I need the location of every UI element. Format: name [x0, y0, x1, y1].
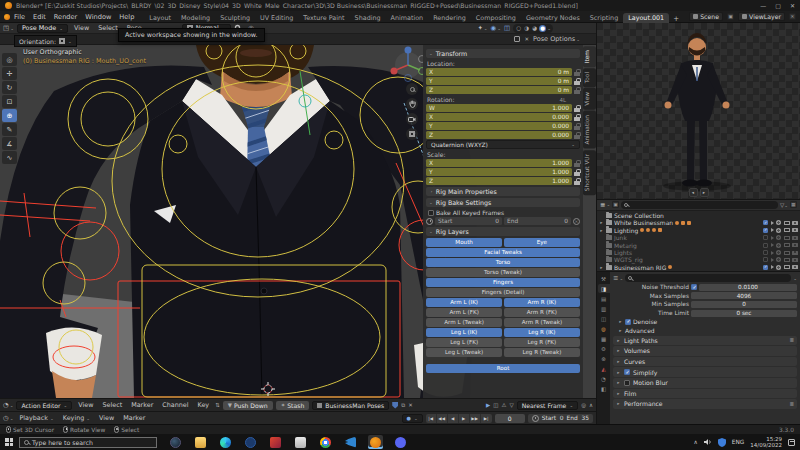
dope-menu-key[interactable]: Key [195, 401, 213, 409]
rig-layers-header[interactable]: ⌄ Rig Layers [426, 227, 580, 236]
lock-icon[interactable] [574, 169, 580, 176]
pan-hand-icon[interactable] [406, 98, 418, 110]
overlays-toggle-icon[interactable]: ◉⌄ [491, 24, 501, 32]
orientation-popover[interactable]: Orientation: ⌄ [14, 35, 77, 47]
pose-options-dropdown[interactable]: Pose Options ⌄ [533, 35, 580, 43]
row-toggles[interactable] [763, 265, 798, 270]
rotation-y-field[interactable]: Y0.000 [426, 122, 572, 130]
current-frame-field[interactable]: 0 [495, 414, 525, 423]
lock-icon[interactable] [574, 69, 580, 76]
tab-scene[interactable]: ◫ [598, 314, 610, 323]
camera-view-icon[interactable] [406, 113, 418, 125]
n-panel-tab-item[interactable]: Item [583, 46, 596, 67]
scene-new-button[interactable]: ▣ [727, 13, 734, 20]
viewport-mini-button-1[interactable]: ◂ [689, 188, 698, 197]
jump-to-start-button[interactable]: |◀ [426, 414, 437, 423]
timeline-menu-keying[interactable]: Keying ⌄ [60, 414, 93, 422]
hidden-filter-icon[interactable]: ◫ [493, 402, 498, 408]
app-icon-1[interactable] [168, 435, 183, 449]
row-toggles[interactable] [763, 243, 798, 248]
advanced-subsection[interactable]: ▸ Advanced [613, 326, 797, 335]
only-selected-filter-icon[interactable]: ▶ [486, 402, 490, 408]
outliner-row-wgts-rig[interactable]: WGTS_rig [599, 256, 798, 263]
max-samples-field[interactable]: 4096 [691, 292, 797, 299]
rig-layer-leg-r-tweak[interactable]: Leg R (Tweak) [504, 348, 580, 357]
outliner-row-white-businessman[interactable]: ▸ White Businessman [599, 219, 798, 226]
bake-start-field[interactable]: Start0 [435, 217, 502, 225]
tab-constraints[interactable]: ◔ [598, 374, 610, 383]
unlink-action-icon[interactable]: ✕ [408, 402, 413, 408]
play-reverse-button[interactable]: ◀ [448, 414, 459, 423]
tab-view-layer[interactable]: ▥ [598, 304, 610, 313]
noise-threshold-field[interactable]: 0.0100 [699, 284, 797, 291]
rig-layer-arm-l-tweak[interactable]: Arm L (Tweak) [426, 318, 502, 327]
jump-to-end-button[interactable]: ▶| [481, 414, 492, 423]
viewport-menu-view[interactable]: View [71, 24, 92, 32]
browser-icon[interactable] [218, 435, 233, 449]
scale-y-field[interactable]: Y1.000 [426, 168, 572, 176]
shading-solid-icon[interactable]: ◑ [523, 25, 530, 32]
tray-expand-icon[interactable]: ∧ [694, 439, 698, 445]
security-shield-icon[interactable] [718, 438, 726, 447]
outliner-filter-icon[interactable]: ▽⌄ [780, 202, 788, 208]
rig-layer-eye[interactable]: Eye [504, 238, 580, 247]
properties-editor-type-icon[interactable]: ≡⌄ [613, 274, 623, 282]
tab-world[interactable]: ◍ [598, 324, 610, 333]
row-toggles[interactable] [763, 257, 798, 262]
transform-panel-header[interactable]: ⌄ Transform [426, 49, 580, 58]
noise-threshold-checkbox[interactable] [691, 284, 697, 290]
tab-physics[interactable]: ◭ [598, 364, 610, 373]
rotation-w-field[interactable]: W1.000 [426, 104, 572, 112]
blender-taskbar-icon[interactable] [368, 435, 383, 449]
notification-center-icon[interactable] [788, 439, 795, 446]
timeline-menu-playback[interactable]: Playback ⌄ [16, 414, 56, 422]
proportional-dope-icon[interactable]: ◎ [581, 402, 586, 408]
simplify-checkbox[interactable] [624, 369, 630, 375]
workspace-tab-uv-editing[interactable]: UV Editing [255, 13, 298, 23]
lock-icon[interactable] [574, 87, 580, 94]
viewport-mini-button-2[interactable]: ▸ [700, 188, 709, 197]
lock-icon[interactable] [574, 123, 580, 130]
row-toggles[interactable] [763, 235, 798, 240]
tool-breakdowner-icon[interactable]: ∿ [2, 151, 17, 164]
minimize-button[interactable]: — [760, 2, 766, 9]
section-volumes[interactable]: ▸ Volumes [613, 346, 797, 356]
n-panel-tab-animation[interactable]: Animation [583, 111, 596, 149]
n-panel-tab-view[interactable]: View [583, 88, 596, 110]
dope-menu-marker[interactable]: Marker [128, 401, 156, 409]
timeline-menu-view[interactable]: View [96, 414, 117, 422]
row-toggles[interactable] [763, 220, 798, 225]
lock-icon[interactable] [574, 78, 580, 85]
volume-icon[interactable] [704, 438, 712, 446]
app-icon-3[interactable] [268, 435, 283, 449]
tool-annotate-icon[interactable]: ✎ [2, 123, 17, 136]
rig-layer-arm-r-ik[interactable]: Arm R (IK) [504, 298, 580, 307]
rig-layer-arm-l-fk[interactable]: Arm L (FK) [426, 308, 502, 317]
secondary-viewport[interactable]: ◂ ▸ [597, 23, 800, 199]
new-collection-icon[interactable]: ▦ [790, 201, 797, 208]
action-datablock[interactable]: BusinessMan Poses [312, 401, 389, 410]
denoise-checkbox[interactable] [625, 319, 631, 325]
min-samples-field[interactable]: 0 [691, 301, 797, 308]
ortho-grid-icon[interactable] [406, 128, 418, 140]
xray-toggle-icon[interactable]: ◫ [504, 24, 510, 32]
outliner-row-lights[interactable]: Lights [599, 249, 798, 256]
tool-transform-icon[interactable]: ⊕ [2, 109, 17, 122]
outliner-row-lighting[interactable]: ▸ Lighting [599, 227, 798, 234]
section-performance[interactable]: ▸ Performance ≣ [613, 399, 797, 409]
tool-tweak-icon[interactable]: ◎ [2, 53, 17, 66]
rig-layer-leg-r-fk[interactable]: Leg R (FK) [504, 338, 580, 347]
denoise-subsection[interactable]: ▸ Denoise [613, 317, 797, 326]
duplicate-action-icon[interactable]: ⧉ [401, 402, 405, 409]
rig-main-properties-header[interactable]: ⌄ Rig Main Properties [426, 187, 580, 196]
viewport-menu-select[interactable]: Select [95, 24, 121, 32]
zoom-icon[interactable] [406, 83, 418, 95]
menu-help[interactable]: Help [115, 13, 138, 21]
workspace-tab-rendering[interactable]: Rendering [428, 13, 471, 23]
fake-user-shield-icon[interactable] [392, 402, 398, 409]
tab-render[interactable]: ◨ [598, 284, 610, 293]
rig-layer-leg-l-ik[interactable]: Leg L (IK) [426, 328, 502, 337]
file-explorer-icon[interactable] [193, 435, 208, 449]
lock-icon[interactable] [574, 178, 580, 185]
rig-layer-arm-l-ik[interactable]: Arm L (IK) [426, 298, 502, 307]
